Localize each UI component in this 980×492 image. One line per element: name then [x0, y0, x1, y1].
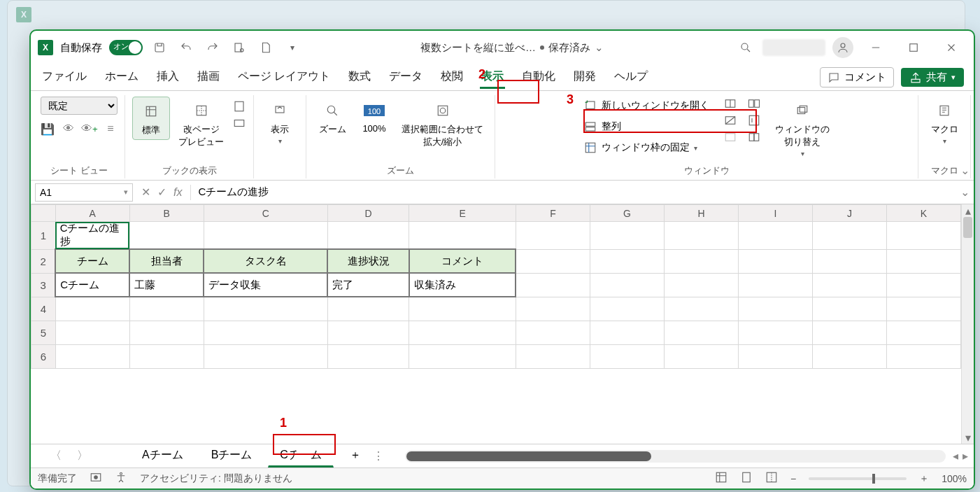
file-name[interactable]: 複数シートを縦に並べ… — [420, 41, 536, 55]
cell[interactable] — [55, 321, 129, 344]
cell[interactable] — [327, 344, 409, 368]
col-header[interactable]: H — [664, 205, 738, 222]
tab-review[interactable]: 校閲 — [439, 66, 464, 89]
cell[interactable] — [516, 273, 590, 297]
minimize-button[interactable] — [860, 37, 891, 58]
cell[interactable] — [590, 222, 664, 250]
col-header[interactable]: C — [204, 205, 327, 222]
sheetview-select[interactable]: 既定 — [41, 97, 118, 115]
cell[interactable] — [886, 273, 960, 297]
new-sheet-button[interactable]: ＋ — [338, 444, 373, 468]
qat-overflow-icon[interactable]: ▾ — [283, 38, 302, 57]
cell[interactable] — [204, 297, 327, 321]
cell[interactable] — [590, 321, 664, 344]
cell[interactable] — [55, 297, 129, 321]
cell[interactable]: 完了 — [327, 273, 409, 297]
cell[interactable]: Cチーム — [55, 273, 129, 297]
cell[interactable] — [738, 249, 812, 273]
cell[interactable] — [516, 222, 590, 250]
cell[interactable] — [886, 344, 960, 368]
cell[interactable] — [886, 321, 960, 344]
cell[interactable]: Cチームの進捗 — [55, 222, 129, 250]
cell[interactable] — [516, 297, 590, 321]
cell[interactable] — [204, 344, 327, 368]
search-icon[interactable] — [736, 38, 755, 57]
next-sheet-icon[interactable]: 〉 — [77, 449, 88, 463]
show-dropdown[interactable]: 表示 ▾ — [261, 97, 299, 148]
cell[interactable] — [812, 249, 886, 273]
tab-pagelayout[interactable]: ページ レイアウト — [236, 66, 332, 89]
record-macro-icon[interactable] — [90, 471, 102, 486]
macros-button[interactable]: マクロ▾ — [925, 97, 963, 148]
cell[interactable] — [738, 321, 812, 344]
tab-file[interactable]: ファイル — [41, 66, 88, 89]
expand-formula-icon[interactable]: ⌄ — [956, 185, 974, 199]
cell[interactable] — [129, 321, 204, 344]
cell[interactable] — [129, 222, 204, 250]
cell[interactable] — [327, 297, 409, 321]
cancel-icon[interactable]: ✕ — [141, 185, 150, 199]
cell[interactable] — [129, 344, 204, 368]
tab-developer[interactable]: 開発 — [572, 66, 597, 89]
cell[interactable] — [516, 249, 590, 273]
row-header[interactable]: 4 — [31, 297, 56, 321]
exit-icon[interactable]: 👁 — [62, 122, 76, 136]
view-pagelayout-icon[interactable] — [740, 471, 753, 486]
cell[interactable] — [738, 222, 812, 250]
tab-help[interactable]: ヘルプ — [613, 66, 649, 89]
col-header[interactable]: D — [327, 205, 409, 222]
tab-home[interactable]: ホーム — [104, 66, 140, 89]
horizontal-scrollbar[interactable] — [405, 450, 946, 463]
cell[interactable] — [812, 273, 886, 297]
sidebyside-icon[interactable] — [747, 97, 761, 111]
sheet-tab[interactable]: Aチーム — [130, 444, 195, 468]
chevron-down-icon[interactable]: ⌄ — [595, 41, 604, 54]
maximize-button[interactable] — [898, 37, 929, 58]
close-button[interactable] — [936, 37, 967, 58]
cell[interactable]: 工藤 — [129, 273, 204, 297]
account-name[interactable] — [762, 39, 825, 56]
cell[interactable]: 収集済み — [409, 273, 516, 297]
view-normal-icon[interactable] — [715, 471, 727, 486]
view-pagebreak-icon[interactable] — [765, 471, 778, 486]
qat-icon-2[interactable] — [256, 38, 276, 57]
spreadsheet-grid[interactable]: A B C D E F G H I J K 1 Cチームの — [31, 204, 961, 369]
col-header[interactable]: I — [738, 205, 812, 222]
formula-input[interactable]: Cチームの進捗 — [191, 185, 956, 199]
zoom-level[interactable]: 100% — [942, 473, 967, 484]
cell[interactable] — [886, 297, 960, 321]
cell[interactable] — [738, 344, 812, 368]
cell[interactable] — [812, 321, 886, 344]
customview-icon[interactable] — [232, 116, 246, 130]
cell[interactable] — [409, 297, 516, 321]
col-header[interactable]: J — [812, 205, 886, 222]
cell[interactable] — [590, 273, 664, 297]
new-icon[interactable]: 👁+ — [83, 122, 97, 136]
pagelayout-icon[interactable] — [232, 99, 246, 113]
cell[interactable]: コメント — [409, 249, 516, 273]
select-all-corner[interactable] — [31, 205, 56, 222]
accessibility-icon[interactable] — [115, 471, 127, 486]
scrollbar-thumb[interactable] — [963, 217, 972, 238]
col-header[interactable]: E — [409, 205, 516, 222]
save-icon[interactable] — [150, 38, 169, 57]
options-icon[interactable]: ≡ — [104, 122, 118, 136]
zoom-slider[interactable] — [809, 477, 907, 480]
redo-icon[interactable] — [203, 38, 222, 57]
slider-handle[interactable] — [872, 474, 875, 484]
pagebreak-view-button[interactable]: 改ページ プレビュー — [174, 97, 228, 151]
cell[interactable] — [327, 321, 409, 344]
cell[interactable] — [516, 344, 590, 368]
cell[interactable] — [409, 344, 516, 368]
qat-icon-1[interactable] — [229, 38, 249, 57]
row-header[interactable]: 1 — [31, 222, 56, 250]
col-header[interactable]: B — [129, 205, 204, 222]
cell[interactable]: タスク名 — [204, 249, 327, 273]
scroll-left-icon[interactable]: ◂ — [953, 449, 958, 463]
col-header[interactable]: K — [886, 205, 960, 222]
cell[interactable] — [590, 249, 664, 273]
autosave-toggle[interactable]: オン — [109, 40, 143, 55]
col-header[interactable]: G — [590, 205, 664, 222]
sheet-tab-options-icon[interactable]: ⋮ — [373, 449, 384, 463]
col-header[interactable]: F — [516, 205, 590, 222]
